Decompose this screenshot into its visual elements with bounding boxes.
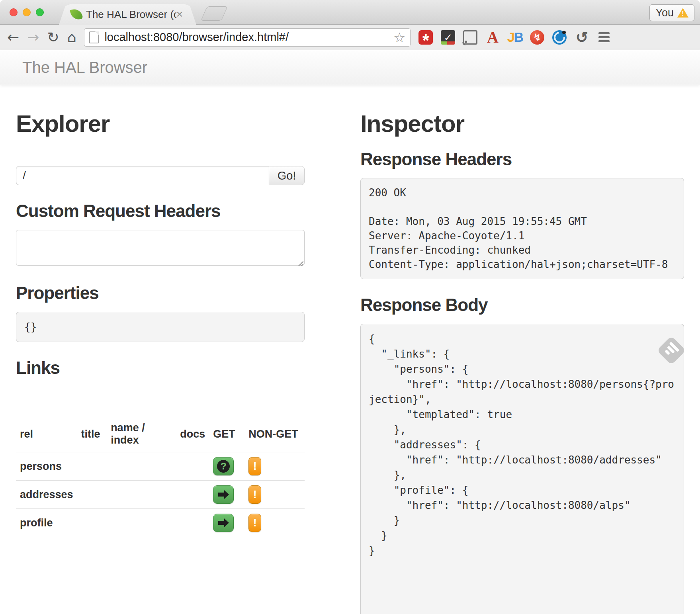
rel-cell: addresses (16, 481, 77, 509)
minimize-window-button[interactable] (23, 8, 31, 16)
custom-headers-title: Custom Request Headers (16, 201, 305, 221)
checkmark-extension-icon[interactable]: ✓ (441, 30, 455, 45)
inspector-column: Inspector Response Headers 200 OK Date: … (360, 85, 684, 614)
session-sync-icon[interactable]: ↺ (575, 30, 589, 45)
response-headers-box: 200 OK Date: Mon, 03 Aug 2015 19:55:45 G… (360, 178, 684, 279)
bookmark-star-icon[interactable]: ☆ (393, 29, 405, 45)
col-name-index: name / index (107, 416, 176, 452)
profile-label: You (655, 7, 674, 19)
page-content: The HAL Browser Explorer Go! Custom Requ… (0, 50, 700, 614)
col-get: GET (209, 416, 244, 452)
spring-leaf-favicon (70, 8, 83, 21)
non-get-button[interactable]: ! (248, 485, 261, 504)
blue-circle-extension-icon[interactable] (552, 30, 567, 45)
jb-extension-icon[interactable]: JB (508, 30, 522, 45)
table-row: persons ? ! (16, 452, 305, 481)
home-icon[interactable]: ⌂ (67, 30, 76, 45)
properties-box: {} (16, 312, 305, 342)
page-icon[interactable] (89, 31, 99, 43)
browser-tab[interactable]: The HAL Browser (customiz × (59, 4, 196, 25)
links-table: rel title name / index docs GET NON-GET … (16, 416, 305, 537)
new-tab-button[interactable] (201, 6, 228, 21)
address-bar[interactable]: localhost:8080/browser/index.html#/ ☆ (84, 28, 411, 47)
reload-icon[interactable]: ↻ (47, 30, 59, 45)
response-body-box: { "_links": { "persons": { "href": "http… (360, 324, 684, 614)
warning-icon: ! (677, 8, 688, 18)
explorer-address-row: Go! (16, 166, 305, 185)
back-icon[interactable]: ← (7, 30, 19, 45)
response-headers-title: Response Headers (360, 149, 684, 169)
title-bar: The HAL Browser (customiz × You ! (0, 0, 700, 25)
explorer-title: Explorer (16, 110, 305, 137)
lastpass-icon[interactable]: * (418, 30, 433, 45)
table-row: addresses ! (16, 481, 305, 509)
browser-toolbar: ← → ↻ ⌂ localhost:8080/browser/index.htm… (0, 25, 700, 50)
cast-dot (465, 41, 467, 43)
get-follow-button[interactable] (213, 514, 234, 532)
close-window-button[interactable] (10, 8, 18, 16)
non-get-button[interactable]: ! (248, 457, 261, 475)
links-title: Links (16, 358, 305, 378)
tab-title: The HAL Browser (customiz (86, 8, 176, 21)
rel-cell: profile (16, 509, 77, 537)
rel-cell: persons (16, 452, 77, 481)
non-get-button[interactable]: ! (248, 514, 261, 532)
get-templated-button[interactable]: ? (213, 457, 234, 475)
explorer-column: Explorer Go! Custom Request Headers Prop… (16, 85, 305, 537)
go-button[interactable]: Go! (269, 166, 305, 185)
red-circle-extension-icon[interactable]: ↯ (530, 30, 544, 45)
col-title: title (77, 416, 107, 452)
letter-a-extension-icon[interactable]: A (485, 30, 500, 45)
question-circle-icon: ? (217, 460, 230, 473)
col-non-get: NON-GET (244, 416, 305, 452)
tab-close-icon[interactable]: × (176, 9, 183, 20)
properties-title: Properties (16, 283, 305, 303)
arrow-right-icon (218, 521, 224, 525)
custom-headers-wrap (16, 230, 305, 267)
explorer-address-input[interactable] (16, 166, 269, 185)
browser-window: The HAL Browser (customiz × You ! ← → ↻ … (0, 0, 700, 614)
profile-button[interactable]: You ! (649, 4, 694, 21)
inspector-title: Inspector (360, 110, 684, 137)
custom-headers-textarea[interactable] (16, 230, 305, 266)
zoom-window-button[interactable] (36, 8, 44, 16)
url-text[interactable]: localhost:8080/browser/index.html#/ (104, 31, 289, 44)
forward-icon[interactable]: → (27, 30, 39, 45)
links-header-row: rel title name / index docs GET NON-GET (16, 416, 305, 452)
table-row: profile ! (16, 509, 305, 537)
get-follow-button[interactable] (213, 485, 234, 504)
site-brand: The HAL Browser (22, 59, 147, 76)
chrome-menu-icon[interactable] (598, 32, 610, 42)
response-body-title: Response Body (360, 295, 684, 315)
chromecast-icon[interactable] (463, 30, 477, 45)
col-rel: rel (16, 416, 77, 452)
extension-icons: * ✓ A JB ↯ ↺ (418, 30, 610, 45)
arrow-right-icon (218, 493, 224, 497)
window-controls (10, 8, 44, 16)
site-navbar: The HAL Browser (0, 50, 700, 85)
col-docs: docs (176, 416, 209, 452)
